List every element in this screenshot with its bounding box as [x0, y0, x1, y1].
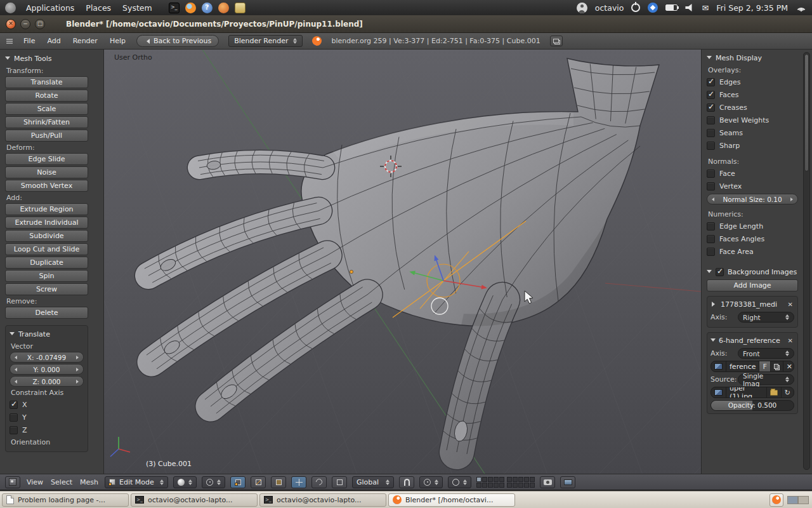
tool-subdivide-button[interactable]: Subdivide [5, 230, 88, 242]
properties-scrollbar[interactable] [803, 52, 810, 470]
fake-user-button[interactable]: F [759, 361, 769, 371]
opacity-slider[interactable]: Opacity: 0.500 [710, 400, 794, 411]
vector-z-field[interactable]: Z: 0.000 [10, 376, 84, 387]
viewport-shading-select[interactable] [173, 476, 197, 488]
menu-system[interactable]: System [121, 3, 154, 13]
mesh-tools-panel-header[interactable]: Mesh Tools [5, 52, 88, 65]
creases-checkbox[interactable] [707, 104, 715, 112]
file-thumb-button[interactable] [711, 387, 726, 398]
layer-toggle[interactable] [482, 477, 487, 482]
mail-icon[interactable]: ✉ [702, 4, 709, 12]
distro-logo-icon[interactable] [5, 3, 16, 13]
layer-toggle[interactable] [488, 483, 493, 488]
username-label[interactable]: octavio [595, 3, 624, 13]
taskbar-window-terminal-1[interactable]: >_ octavio@octavio-lapto... [131, 493, 258, 507]
clock-label[interactable]: Fri Sep 2, 9:35 PM [716, 3, 788, 13]
increment-arrow-icon[interactable] [76, 380, 81, 384]
layer-toggle[interactable] [499, 483, 504, 488]
workspace-2[interactable] [798, 496, 809, 504]
tool-push-pull-button[interactable]: Push/Pull [5, 130, 88, 142]
snap-toggle-button[interactable] [399, 476, 414, 488]
mesh-display-panel-header[interactable]: Mesh Display [707, 51, 798, 64]
constraint-x-checkbox[interactable] [10, 401, 18, 409]
decrement-arrow-icon[interactable] [13, 380, 17, 384]
layer-toggle[interactable] [530, 483, 535, 488]
layers-group-2[interactable] [507, 477, 535, 488]
normal-size-field[interactable]: Normal Size: 0.10 [707, 194, 798, 204]
window-maximize-button[interactable]: □ [35, 19, 45, 29]
vector-y-field[interactable]: Y: 0.000 [10, 364, 84, 375]
pivot-select[interactable] [202, 476, 225, 488]
edge-length-checkbox[interactable] [707, 222, 715, 231]
workspace-switcher[interactable] [787, 496, 809, 504]
datablock-name[interactable]: ference [726, 361, 759, 371]
header-collapse-icon[interactable] [6, 39, 13, 44]
scale-manipulator-button[interactable] [332, 476, 347, 488]
tool-spin-button[interactable]: Spin [5, 270, 88, 282]
layer-toggle[interactable] [507, 477, 512, 482]
decrement-arrow-icon[interactable] [13, 368, 17, 371]
menu-applications[interactable]: Applications [25, 3, 75, 13]
indicator-icon[interactable] [648, 3, 658, 13]
volume-icon[interactable] [685, 4, 694, 11]
mode-select[interactable]: Edit Mode [105, 476, 168, 488]
layer-toggle[interactable] [513, 477, 518, 482]
layer-toggle[interactable] [524, 483, 529, 488]
network-icon[interactable] [796, 4, 807, 12]
increment-arrow-icon[interactable] [76, 368, 81, 371]
layer-toggle[interactable] [482, 483, 487, 488]
window-duplicate-button[interactable] [550, 36, 563, 46]
layer-toggle[interactable] [530, 477, 535, 482]
menu-file[interactable]: File [22, 37, 36, 45]
window-close-button[interactable]: ✕ [6, 19, 16, 29]
scrollbar-thumb[interactable] [804, 54, 809, 171]
tool-loop-cut-button[interactable]: Loop Cut and Slide [5, 243, 88, 255]
tool-screw-button[interactable]: Screw [5, 283, 88, 295]
translate-manipulator-button[interactable] [291, 476, 306, 488]
background-images-panel-header[interactable]: Background Images [707, 265, 798, 278]
orientation-select[interactable]: Global [352, 476, 394, 488]
edges-checkbox[interactable] [707, 78, 715, 86]
vertex-normals-checkbox[interactable] [707, 182, 715, 190]
add-image-button[interactable]: Add Image [707, 279, 798, 291]
proportional-edit-select[interactable] [448, 476, 471, 488]
layer-toggle[interactable] [518, 477, 523, 482]
axis-select[interactable]: Front [738, 348, 794, 359]
seams-checkbox[interactable] [707, 129, 715, 137]
opengl-animation-button[interactable] [560, 476, 575, 488]
layer-toggle[interactable] [488, 477, 493, 482]
layer-toggle[interactable] [494, 483, 499, 488]
render-engine-select[interactable]: Blender Render [228, 35, 303, 47]
image-browse-button[interactable] [711, 361, 726, 371]
layer-toggle[interactable] [499, 477, 504, 482]
menu-add[interactable]: Add [46, 37, 62, 45]
terminal-launcher-icon[interactable] [169, 3, 180, 13]
sharp-checkbox[interactable] [707, 142, 715, 150]
expand-triangle-icon[interactable] [712, 302, 717, 307]
bevel-weights-checkbox[interactable] [707, 116, 715, 124]
tool-duplicate-button[interactable]: Duplicate [5, 257, 88, 269]
background-images-checkbox[interactable] [716, 268, 724, 276]
tool-scale-button[interactable]: Scale [5, 103, 88, 115]
tool-shrink-fatten-button[interactable]: Shrink/Fatten [5, 116, 88, 128]
browse-file-button[interactable] [766, 387, 781, 398]
constraint-z-checkbox[interactable] [10, 426, 18, 434]
tool-edge-slide-button[interactable]: Edge Slide [5, 153, 88, 165]
tool-rotate-button[interactable]: Rotate [5, 90, 88, 102]
window-minimize-button[interactable]: − [20, 19, 30, 29]
layer-toggle[interactable] [494, 477, 499, 482]
axis-select[interactable]: Right [738, 312, 794, 323]
opengl-render-button[interactable] [540, 476, 555, 488]
menu-help[interactable]: Help [108, 37, 127, 45]
3d-viewport[interactable]: User Ortho (3) Cube.001 [104, 50, 701, 474]
battery-icon[interactable] [665, 4, 678, 11]
back-to-previous-button[interactable]: Back to Previous [136, 35, 219, 47]
power-icon[interactable] [631, 3, 640, 12]
increment-arrow-icon[interactable] [76, 356, 81, 359]
layer-toggle[interactable] [476, 483, 481, 488]
menu-mesh[interactable]: Mesh [79, 478, 100, 486]
window-titlebar[interactable]: ✕ − □ Blender* [/home/octavio/Documents/… [0, 15, 812, 33]
editor-type-button[interactable] [5, 476, 20, 488]
vector-x-field[interactable]: X: -0.07499 [10, 352, 84, 363]
image-file-field[interactable]: uper (1).jpg ↻ [710, 387, 794, 398]
